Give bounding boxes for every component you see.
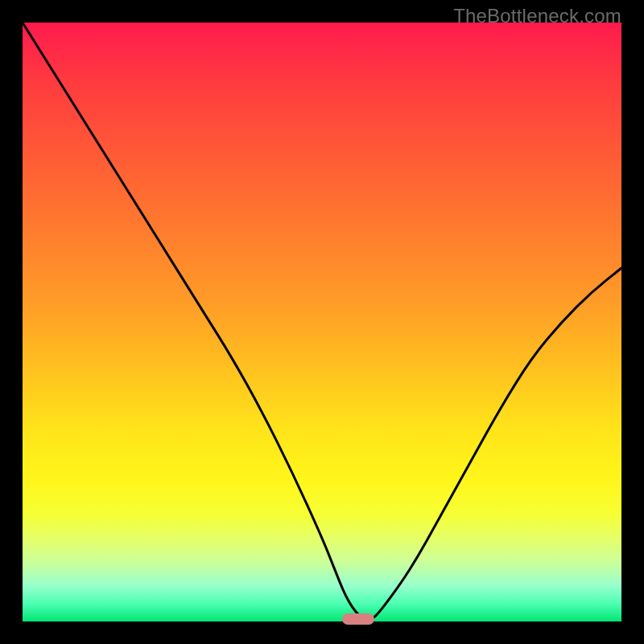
optimal-marker bbox=[342, 613, 374, 625]
chart-frame: TheBottleneck.com bbox=[0, 0, 644, 644]
curve-layer bbox=[23, 23, 621, 621]
plot-area bbox=[23, 23, 621, 621]
bottleneck-curve bbox=[23, 23, 621, 620]
